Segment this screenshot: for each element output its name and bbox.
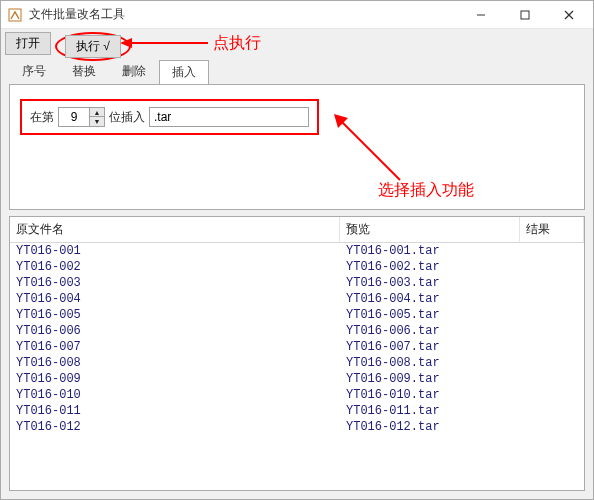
table-row[interactable]: YT016-011YT016-011.tar [10, 403, 584, 419]
cell-preview: YT016-004.tar [340, 291, 520, 307]
close-button[interactable] [547, 1, 591, 29]
table-row[interactable]: YT016-003YT016-003.tar [10, 275, 584, 291]
cell-result [520, 243, 584, 259]
table-row[interactable]: YT016-002YT016-002.tar [10, 259, 584, 275]
table-body[interactable]: YT016-001YT016-001.tarYT016-002YT016-002… [10, 243, 584, 490]
table-row[interactable]: YT016-012YT016-012.tar [10, 419, 584, 435]
open-button[interactable]: 打开 [5, 32, 51, 55]
cell-original: YT016-012 [10, 419, 340, 435]
cell-original: YT016-006 [10, 323, 340, 339]
spinner-down[interactable]: ▼ [90, 117, 104, 126]
cell-preview: YT016-006.tar [340, 323, 520, 339]
execute-button[interactable]: 执行 √ [65, 35, 121, 58]
file-table: 原文件名 预览 结果 YT016-001YT016-001.tarYT016-0… [9, 216, 585, 491]
cell-result [520, 419, 584, 435]
cell-original: YT016-003 [10, 275, 340, 291]
tab-replace[interactable]: 替换 [59, 59, 109, 84]
table-row[interactable]: YT016-004YT016-004.tar [10, 291, 584, 307]
cell-result [520, 355, 584, 371]
cell-original: YT016-007 [10, 339, 340, 355]
cell-preview: YT016-003.tar [340, 275, 520, 291]
cell-preview: YT016-001.tar [340, 243, 520, 259]
position-field: ▲ ▼ [58, 107, 105, 127]
header-result[interactable]: 结果 [520, 217, 584, 242]
app-icon [7, 7, 23, 23]
svg-rect-2 [521, 11, 529, 19]
table-row[interactable]: YT016-001YT016-001.tar [10, 243, 584, 259]
table-header: 原文件名 预览 结果 [10, 217, 584, 243]
insert-mid-label: 位插入 [109, 109, 145, 126]
cell-result [520, 387, 584, 403]
cell-preview: YT016-005.tar [340, 307, 520, 323]
cell-original: YT016-010 [10, 387, 340, 403]
cell-result [520, 259, 584, 275]
position-input[interactable] [59, 108, 89, 126]
table-row[interactable]: YT016-006YT016-006.tar [10, 323, 584, 339]
cell-result [520, 275, 584, 291]
header-original[interactable]: 原文件名 [10, 217, 340, 242]
cell-original: YT016-004 [10, 291, 340, 307]
maximize-button[interactable] [503, 1, 547, 29]
app-window: 文件批量改名工具 打开 执行 √ 序号 替换 删除 插入 在第 ▲ ▼ 位插入 [0, 0, 594, 500]
cell-original: YT016-011 [10, 403, 340, 419]
insert-prefix-label: 在第 [30, 109, 54, 126]
execute-highlight: 执行 √ [55, 32, 131, 61]
cell-preview: YT016-007.tar [340, 339, 520, 355]
table-row[interactable]: YT016-010YT016-010.tar [10, 387, 584, 403]
cell-result [520, 403, 584, 419]
table-row[interactable]: YT016-005YT016-005.tar [10, 307, 584, 323]
cell-preview: YT016-002.tar [340, 259, 520, 275]
cell-result [520, 371, 584, 387]
minimize-button[interactable] [459, 1, 503, 29]
cell-result [520, 307, 584, 323]
insert-text-input[interactable] [149, 107, 309, 127]
insert-controls: 在第 ▲ ▼ 位插入 [20, 99, 319, 135]
cell-original: YT016-005 [10, 307, 340, 323]
cell-original: YT016-002 [10, 259, 340, 275]
header-preview[interactable]: 预览 [340, 217, 520, 242]
tab-seq[interactable]: 序号 [9, 59, 59, 84]
position-spinner: ▲ ▼ [89, 108, 104, 126]
toolbar: 打开 执行 √ [1, 29, 593, 57]
spinner-up[interactable]: ▲ [90, 108, 104, 117]
cell-original: YT016-001 [10, 243, 340, 259]
table-row[interactable]: YT016-009YT016-009.tar [10, 371, 584, 387]
insert-panel: 在第 ▲ ▼ 位插入 [9, 84, 585, 210]
tab-insert[interactable]: 插入 [159, 60, 209, 85]
cell-result [520, 291, 584, 307]
cell-preview: YT016-010.tar [340, 387, 520, 403]
table-row[interactable]: YT016-007YT016-007.tar [10, 339, 584, 355]
table-row[interactable]: YT016-008YT016-008.tar [10, 355, 584, 371]
tab-bar: 序号 替换 删除 插入 [1, 57, 593, 84]
cell-original: YT016-008 [10, 355, 340, 371]
cell-result [520, 339, 584, 355]
titlebar: 文件批量改名工具 [1, 1, 593, 29]
cell-preview: YT016-011.tar [340, 403, 520, 419]
tab-delete[interactable]: 删除 [109, 59, 159, 84]
cell-preview: YT016-009.tar [340, 371, 520, 387]
cell-original: YT016-009 [10, 371, 340, 387]
cell-result [520, 323, 584, 339]
window-title: 文件批量改名工具 [29, 6, 459, 23]
cell-preview: YT016-012.tar [340, 419, 520, 435]
cell-preview: YT016-008.tar [340, 355, 520, 371]
